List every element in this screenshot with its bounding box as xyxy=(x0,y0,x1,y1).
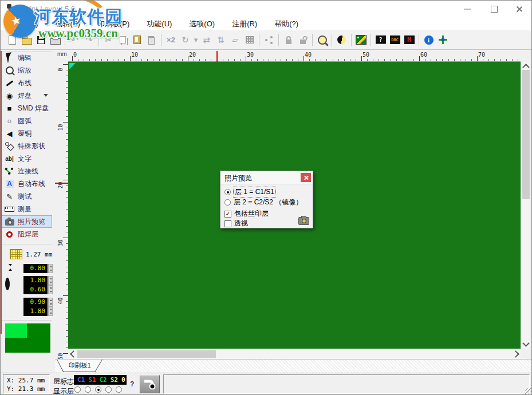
layer-c2-flag[interactable]: C2 xyxy=(100,377,107,383)
layer-o-radio[interactable] xyxy=(116,386,122,393)
smd-width-stepper[interactable] xyxy=(48,298,53,307)
transparent-check-row[interactable]: 透视 xyxy=(224,219,248,228)
tool-copper-fill[interactable]: ◀覆铜 xyxy=(1,127,52,140)
silkscreen-check-row[interactable]: ✓ 包括丝印层 xyxy=(224,209,269,219)
coordinate-panel: X: 25.7 mm Y: 21.3 mm xyxy=(3,374,50,394)
menu-help[interactable]: 帮助(?) xyxy=(266,18,307,30)
tool-autoroute[interactable]: A自动布线 xyxy=(1,177,52,190)
tool-zoom[interactable]: 缩放 xyxy=(1,64,52,77)
tool-measure[interactable]: 测量 xyxy=(1,203,52,215)
title-bar: Sprint-Layout 5.0 xyxy=(1,1,531,18)
tool-special-shapes[interactable]: 特殊形状 xyxy=(1,140,52,152)
info-button[interactable]: i xyxy=(421,33,436,48)
menu-file[interactable]: 文件(F) xyxy=(5,18,47,30)
pad-drill-value[interactable]: 0.60 xyxy=(23,285,48,294)
board-preview-button[interactable] xyxy=(354,33,368,48)
menu-edit[interactable]: 编辑(E) xyxy=(47,18,89,30)
layer-help-link[interactable]: ? xyxy=(130,380,134,388)
toolbar-separator xyxy=(351,34,352,46)
layer-c2-radio[interactable] xyxy=(95,386,101,393)
scroll-down-button[interactable] xyxy=(521,339,531,349)
pad-outer-value[interactable]: 1.80 xyxy=(23,276,48,285)
layer-s1-flag[interactable]: S1 xyxy=(88,377,96,383)
pad-drill-stepper[interactable] xyxy=(48,285,53,294)
component-check-button[interactable]: ? xyxy=(373,33,388,48)
drc-button[interactable]: DRC xyxy=(388,33,402,48)
track-width-stepper[interactable] xyxy=(48,264,53,273)
rotate-button[interactable]: ↻ xyxy=(178,33,192,48)
minimize-button[interactable] xyxy=(455,1,480,18)
resize-grip[interactable] xyxy=(525,388,532,395)
board-tab[interactable]: 印刷板1 xyxy=(57,360,103,372)
zoom-x2-button[interactable]: ×2 xyxy=(164,33,178,48)
menu-options[interactable]: 选项(O) xyxy=(180,18,223,30)
pad-outer-stepper[interactable] xyxy=(48,276,53,285)
new-file-button[interactable] xyxy=(5,33,19,48)
silkscreen-checkbox[interactable]: ✓ xyxy=(224,211,231,218)
delete-button[interactable] xyxy=(144,33,159,48)
tool-connections[interactable]: 连接线 xyxy=(1,165,52,177)
scroll-left-button[interactable] xyxy=(68,349,77,359)
unlock-button[interactable] xyxy=(295,33,310,48)
layer-s2-flag[interactable]: S2 xyxy=(111,377,118,383)
maximize-button[interactable] xyxy=(482,1,507,18)
tool-arc[interactable]: ○圆弧 xyxy=(1,114,52,127)
tool-pad[interactable]: ◉焊盘 xyxy=(1,89,52,102)
flip-board-button[interactable]: ▱ xyxy=(228,33,242,48)
transparent-checkbox[interactable] xyxy=(224,220,231,227)
smd-height-value[interactable]: 1.80 xyxy=(23,307,48,316)
track-mode-button[interactable] xyxy=(139,375,160,393)
layer1-radio[interactable] xyxy=(224,189,231,195)
footprint-library-button[interactable] xyxy=(242,33,257,48)
paste-button[interactable] xyxy=(130,33,144,48)
scroll-right-button[interactable] xyxy=(512,349,521,359)
macro-button[interactable]: M xyxy=(402,33,416,48)
track-width-value[interactable]: 0.80 xyxy=(23,264,48,273)
layer-s1-radio[interactable] xyxy=(85,386,91,393)
tool-trace[interactable]: 布线 xyxy=(1,77,52,89)
redo-button[interactable]: ↷ xyxy=(82,33,96,48)
layer-c1-flag[interactable]: C1 xyxy=(77,377,85,383)
mirror-horizontal-button[interactable]: ⇄ xyxy=(199,33,214,48)
tool-text[interactable]: ab|文字 xyxy=(1,152,52,165)
layer1-radio-row[interactable]: 层 1 = C1/S1 xyxy=(224,187,275,197)
menu-functions[interactable]: 功能(U) xyxy=(138,18,180,30)
layer-s2-radio[interactable] xyxy=(105,386,112,393)
undo-button[interactable]: ↶ xyxy=(68,33,82,48)
vertical-scrollbar[interactable] xyxy=(521,62,530,349)
open-file-button[interactable] xyxy=(19,33,34,48)
copy-button[interactable] xyxy=(116,33,130,48)
tool-smd-pad[interactable]: ■SMD 焊盘 xyxy=(1,102,52,114)
dialog-title-bar[interactable]: 照片预览 xyxy=(220,171,313,184)
close-button[interactable] xyxy=(507,1,532,18)
layer2-radio-row[interactable]: 层 2 = C2/S2 （镜像） xyxy=(224,198,302,207)
vertical-scroll-thumb[interactable] xyxy=(522,70,530,199)
chevron-down-icon[interactable] xyxy=(44,94,48,97)
snap-crosshair-button[interactable] xyxy=(436,33,450,48)
zoom-tool-button[interactable] xyxy=(315,33,329,48)
dialog-close-button[interactable] xyxy=(301,173,311,182)
horizontal-scrollbar[interactable] xyxy=(68,349,521,359)
photo-view-button[interactable] xyxy=(334,33,349,48)
cut-button[interactable]: ✂ xyxy=(101,33,116,48)
tool-photo-preview[interactable]: 照片预览 xyxy=(1,215,52,228)
layer-c1-radio[interactable] xyxy=(74,386,81,393)
rotate-dropdown[interactable]: ▾ xyxy=(192,33,199,48)
net-connections-button[interactable] xyxy=(262,33,276,48)
grid-icon[interactable] xyxy=(10,249,22,259)
mirror-vertical-button[interactable]: ⇅ xyxy=(214,33,228,48)
lock-button[interactable] xyxy=(281,33,295,48)
save-button[interactable] xyxy=(34,33,48,48)
menu-register[interactable]: 注册(R) xyxy=(223,18,266,30)
horizontal-scroll-thumb[interactable] xyxy=(77,350,216,358)
smd-height-stepper[interactable] xyxy=(48,307,53,316)
tool-solder-mask[interactable]: 阻焊层 xyxy=(1,228,52,240)
smd-width-value[interactable]: 0.90 xyxy=(23,298,48,307)
layer2-radio[interactable] xyxy=(224,199,231,206)
tool-edit[interactable]: 编辑 xyxy=(1,52,52,64)
tool-test[interactable]: ✎测试 xyxy=(1,190,52,203)
print-button[interactable] xyxy=(48,33,62,48)
ruler-unit-label: mm xyxy=(55,51,68,62)
layer-o-flag[interactable]: 0 xyxy=(121,377,125,383)
menu-board[interactable]: 印刷板(P) xyxy=(89,18,138,30)
